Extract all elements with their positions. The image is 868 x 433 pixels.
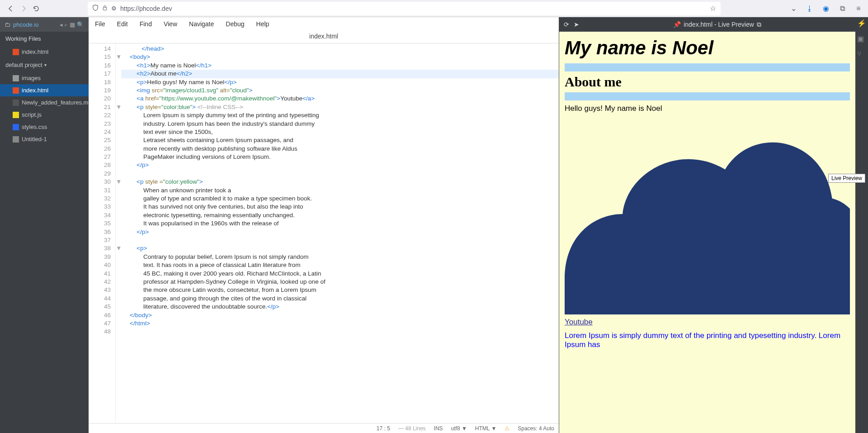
search-icon[interactable]: 🔍 [77,21,84,28]
working-files-header: Working Files [0,32,89,46]
cloud-image [565,117,850,316]
encoding[interactable]: utf8 ▼ [451,425,467,432]
preview-body: My name is Noel About me Hello guys! My … [559,32,855,433]
hamburger-icon[interactable]: ≡ [854,4,863,14]
line-count: — 48 Lines [398,425,426,432]
refresh-icon[interactable]: ⟳ [564,21,569,28]
menu-view[interactable]: View [164,20,177,28]
chevron-down-icon: ▾ [44,62,47,67]
project-name: phcode.io [13,21,38,28]
working-file[interactable]: index.html [0,46,89,58]
preview-hr2 [565,92,850,100]
svg-rect-0 [103,7,107,10]
project-selector[interactable]: default project ▾ [0,58,89,72]
pin-icon[interactable]: 📌 [673,21,681,28]
live-preview-tooltip: Live Preview [828,174,865,183]
pocket-icon[interactable]: ⌄ [788,4,798,14]
file-icon [13,100,19,106]
cursor-pos[interactable]: 17 : 5 [377,425,390,432]
file-icon [13,112,19,118]
menu-edit[interactable]: Edit [117,20,128,28]
download-icon[interactable]: ⭳ [805,4,815,14]
menu-find[interactable]: Find [140,20,152,28]
live-preview-panel: ⟳ ➤ 📌 index.html - Live Preview ⧉ My nam… [559,17,855,433]
preview-title: index.html - Live Preview [684,21,754,28]
folder-icon: 🗀 [5,21,10,28]
preview-p1: Hello guys! My name is Noel [565,104,850,113]
project-bar[interactable]: 🗀 phcode.io ◂ ▸ ▦ 🔍 [0,17,89,32]
url-input[interactable] [120,5,706,12]
extensions-icon[interactable]: ⧉ [837,4,847,14]
menu-help[interactable]: Help [256,20,269,28]
next-icon[interactable]: ▸ [65,21,68,28]
lock-icon [102,5,108,13]
tree-item[interactable]: styles.css [0,121,89,133]
shield-icon [92,5,99,13]
live-preview-toggle[interactable]: ⚡ [857,19,866,28]
tree-item[interactable]: script.js [0,109,89,121]
code-area[interactable]: 1415161718192021222324252627282930313233… [89,43,559,423]
code-body[interactable]: </head> <body> <h1>My name is Noel</h1> … [121,43,559,423]
ins-mode[interactable]: INS [434,425,443,432]
back-button[interactable] [5,2,17,15]
language[interactable]: HTML ▼ [475,425,496,432]
file-icon [13,136,19,143]
tree-item[interactable]: Newly_added_features.m [0,96,89,109]
menu-file[interactable]: File [95,20,105,28]
preview-h2: About me [565,74,850,90]
editor: FileEditFindViewNavigateDebugHelp index.… [89,17,559,433]
extensions-panel-icon[interactable]: ▣ [857,34,866,43]
share-icon[interactable]: ⑂ [857,50,866,59]
menu-bar: FileEditFindViewNavigateDebugHelp [89,17,559,31]
warning-icon[interactable]: ⚠ [505,425,509,432]
tree-item[interactable]: images [0,72,89,84]
reload-button[interactable] [30,2,42,15]
address-bar[interactable]: ⚙ ☆ [88,2,721,15]
popout-icon[interactable]: ⧉ [757,21,761,29]
cursor-icon[interactable]: ➤ [574,21,579,28]
status-bar: 17 : 5 — 48 Lines INS utf8 ▼ HTML ▼ ⚠ Sp… [89,423,559,433]
file-icon [13,75,19,81]
split-icon[interactable]: ▦ [70,21,75,28]
tree-item[interactable]: Untitled-1 [0,133,89,145]
browser-toolbar: ⚙ ☆ ⌄ ⭳ ◉ ⧉ ≡ [0,0,868,17]
menu-debug[interactable]: Debug [226,20,244,28]
browser-right-icons: ⌄ ⭳ ◉ ⧉ ≡ [788,4,863,14]
forward-button[interactable] [17,2,30,15]
menu-navigate[interactable]: Navigate [189,20,214,28]
account-icon[interactable]: ◉ [821,4,831,14]
file-icon [13,49,19,55]
settings-slider-icon: ⚙ [111,5,117,12]
prev-icon[interactable]: ◂ [60,21,63,28]
right-toolbar: ⚡ ▣ ⑂ [855,17,868,433]
tree-item[interactable]: index.html [0,84,89,96]
preview-h1: My name is Noel [565,37,850,59]
line-gutter: 1415161718192021222324252627282930313233… [89,43,116,423]
preview-blue-paragraph: Lorem Ipsum is simply dummy text of the … [565,331,850,349]
preview-link[interactable]: Youtube [565,318,593,326]
preview-hr1 [565,63,850,71]
preview-bar: ⟳ ➤ 📌 index.html - Live Preview ⧉ [559,17,855,32]
file-icon [13,87,19,94]
fold-gutter[interactable]: ▼▼▼▼ [116,43,121,423]
file-icon [13,124,19,130]
editor-tab[interactable]: index.html [89,31,559,43]
sidebar: 🗀 phcode.io ◂ ▸ ▦ 🔍 Working Files index.… [0,17,89,433]
bookmark-star-icon[interactable]: ☆ [710,4,716,13]
indent-settings[interactable]: Spaces: 4 Auto [518,425,554,432]
